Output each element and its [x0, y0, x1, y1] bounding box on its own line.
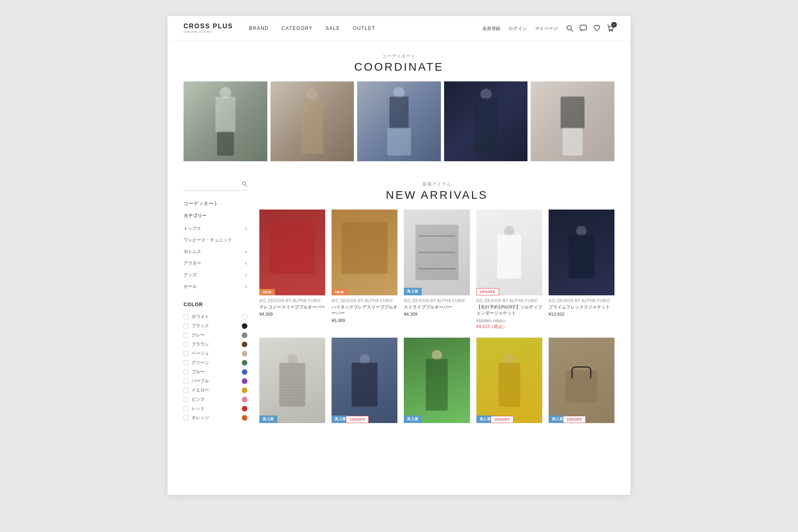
- category-item-goods[interactable]: グッズ ∨: [184, 269, 247, 281]
- product-price-original-4: ¥10,692（税込）: [476, 318, 542, 324]
- coord-image-3[interactable]: [357, 81, 441, 161]
- color-dot-purple: [242, 378, 247, 384]
- color-dot-orange: [242, 415, 247, 421]
- color-checkbox-beige[interactable]: [184, 351, 188, 356]
- svg-point-5: [243, 182, 246, 185]
- svg-point-3: [609, 30, 610, 31]
- color-blue[interactable]: ブルー: [184, 367, 247, 376]
- product-card-5[interactable]: A/C DESIGN BY ALPHA CUBIC プライムフレックスジャケット…: [549, 210, 614, 330]
- color-checkbox-blue[interactable]: [184, 370, 188, 374]
- product-name-1: テレコノースリーブプルオーバー: [259, 304, 325, 310]
- product-card-4[interactable]: 10%OFF A/C DESIGN BY ALPHA CUBIC 【先行予約10…: [476, 210, 542, 330]
- product-name-4: 【先行予約10%OFF】ソルディフェンダージャケット: [476, 304, 542, 316]
- nav-sale[interactable]: SALE: [326, 26, 340, 31]
- product-card-7[interactable]: 再入荷 10%OFF: [332, 338, 397, 427]
- category-item-outer[interactable]: アウター ∨: [184, 257, 247, 269]
- color-dot-red: [242, 406, 247, 411]
- sidebar: コーディネート カテゴリー トップス ∨ ワンピース・チュニック ボトムス ∨ …: [184, 181, 247, 430]
- nav-brand[interactable]: BRAND: [249, 26, 269, 31]
- color-beige[interactable]: ベージュ: [184, 349, 247, 358]
- nav-outlet[interactable]: OUTLET: [353, 26, 375, 31]
- product-card-8[interactable]: 再入荷: [404, 338, 470, 427]
- product-price-sale-4: ¥9,622（税込）: [476, 324, 542, 330]
- product-name-3: ストライププルオーバー: [404, 304, 470, 310]
- color-checkbox-brown[interactable]: [184, 342, 188, 347]
- color-checkbox-yellow[interactable]: [184, 388, 188, 393]
- product-image-3: 再入荷: [404, 210, 470, 295]
- color-dot-yellow: [242, 388, 247, 393]
- cart-badge: 0: [611, 22, 617, 28]
- main-content: コーディネート カテゴリー トップス ∨ ワンピース・チュニック ボトムス ∨ …: [168, 169, 630, 442]
- product-card-10[interactable]: 再入荷 10%OFF: [549, 338, 614, 427]
- color-orange[interactable]: オレンジ: [184, 413, 247, 422]
- new-arrivals-title-en: NEW ARRIVALS: [259, 189, 614, 202]
- logo[interactable]: CROSS PLUS ONLINE STORE: [184, 23, 233, 34]
- category-item-bottoms[interactable]: ボトムス ∨: [184, 246, 247, 257]
- product-image-10: 再入荷 10%OFF: [549, 338, 614, 423]
- product-image-6: 再入荷: [259, 338, 325, 423]
- category-item-tops[interactable]: トップス ∨: [184, 223, 247, 234]
- product-brand-4: A/C DESIGN BY ALPHA CUBIC: [476, 299, 542, 303]
- logo-tagline: ONLINE STORE: [184, 30, 233, 34]
- color-checkbox-black[interactable]: [184, 324, 188, 328]
- product-image-1: NEW: [259, 210, 325, 295]
- cart-icon[interactable]: 0: [606, 24, 614, 32]
- search-icon: [242, 181, 247, 188]
- header-icons: 0: [566, 24, 614, 32]
- color-red[interactable]: レッド: [184, 404, 247, 413]
- color-white[interactable]: ホワイト: [184, 312, 247, 321]
- product-badge-restock-8: 再入荷: [404, 415, 422, 423]
- color-checkbox-gray[interactable]: [184, 333, 188, 338]
- product-card-6[interactable]: 再入荷: [259, 338, 325, 427]
- coordinate-title-en: COORDINATE: [184, 61, 614, 73]
- product-badge-sale-10: 10%OFF: [563, 416, 586, 423]
- search-icon[interactable]: [566, 24, 574, 32]
- wishlist-icon[interactable]: [593, 24, 601, 32]
- color-checkbox-green[interactable]: [184, 360, 188, 365]
- coordinate-label-ja: コーディネート: [184, 53, 614, 59]
- coord-image-5[interactable]: [531, 81, 614, 161]
- product-brand-1: A/C DESIGN BY ALPHA CUBIC: [259, 299, 325, 303]
- coord-image-1[interactable]: [184, 81, 267, 161]
- color-checkbox-purple[interactable]: [184, 379, 188, 384]
- category-label: カテゴリー: [184, 213, 247, 219]
- products-grid-row1: NEW A/C DESIGN BY ALPHA CUBIC テレコノースリーブプ…: [259, 210, 614, 330]
- product-badge-new-2: NEW: [332, 289, 347, 295]
- product-badge-sale-4: 10%OFF: [476, 288, 499, 295]
- color-gray[interactable]: グレー: [184, 330, 247, 340]
- color-green[interactable]: グリーン: [184, 358, 247, 367]
- color-purple[interactable]: パープル: [184, 376, 247, 386]
- color-yellow[interactable]: イエロー: [184, 386, 247, 395]
- product-card-3[interactable]: 再入荷 A/C DESIGN BY ALPHA CUBIC ストライププルオーバ…: [404, 210, 470, 330]
- coord-image-4[interactable]: [444, 81, 528, 161]
- color-pink[interactable]: ピンク: [184, 395, 247, 404]
- chat-icon[interactable]: [579, 24, 587, 32]
- product-badge-restock-3: 再入荷: [404, 288, 422, 295]
- register-link[interactable]: 会員登録: [482, 26, 501, 32]
- color-black[interactable]: ブラック: [184, 321, 247, 330]
- search-input[interactable]: [184, 182, 242, 188]
- color-checkbox-orange[interactable]: [184, 415, 188, 420]
- mypage-link[interactable]: マイページ: [535, 26, 558, 32]
- chevron-icon: ∨: [245, 261, 247, 265]
- nav-category[interactable]: CATEGORY: [282, 26, 313, 31]
- coord-image-2[interactable]: [271, 81, 354, 161]
- login-link[interactable]: ログイン: [509, 26, 527, 32]
- color-checkbox-white[interactable]: [184, 314, 188, 319]
- product-brand-2: A/C DESIGN BY ALPHA CUBIC: [332, 299, 397, 303]
- product-card-1[interactable]: NEW A/C DESIGN BY ALPHA CUBIC テレコノースリーブプ…: [259, 210, 325, 330]
- color-brown[interactable]: ブラウン: [184, 340, 247, 349]
- main-nav: BRAND CATEGORY SALE OUTLET: [249, 26, 375, 31]
- chevron-icon: ∨: [245, 249, 247, 254]
- color-checkbox-pink[interactable]: [184, 397, 188, 402]
- chevron-icon: ∨: [245, 226, 247, 231]
- product-card-2[interactable]: NEW A/C DESIGN BY ALPHA CUBIC ハイネックフレアスリ…: [332, 210, 397, 330]
- product-badge-sale-9: 10%OFF: [491, 416, 514, 423]
- product-card-9[interactable]: 再入荷 10%OFF: [476, 338, 542, 427]
- color-dot-white: [242, 314, 247, 320]
- color-dot-green: [242, 360, 247, 366]
- category-item-onepiece[interactable]: ワンピース・チュニック: [184, 234, 247, 246]
- category-item-sale[interactable]: セール ∨: [184, 281, 247, 292]
- search-bar[interactable]: [184, 181, 247, 191]
- color-checkbox-red[interactable]: [184, 406, 188, 411]
